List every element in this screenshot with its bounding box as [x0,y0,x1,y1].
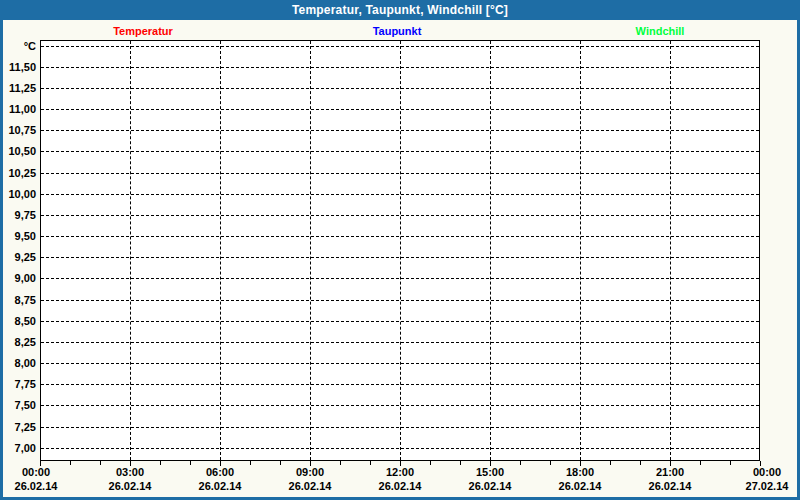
x-axis-date-label: 26.02.14 [278,480,342,492]
y-axis-label: 8,00 [0,357,36,369]
x-axis-time-label: 21:00 [638,466,702,478]
x-axis-time-label: 12:00 [368,466,432,478]
y-axis-label: 9,00 [0,272,36,284]
y-axis-label: 10,50 [0,145,36,157]
x-axis-date-label: 26.02.14 [368,480,432,492]
x-axis-minor-tick [370,461,371,465]
x-axis-date-label: 27.02.14 [735,480,799,492]
x-axis-time-label: 00:00 [4,466,68,478]
y-axis-label: 11,00 [0,103,36,115]
x-axis-minor-tick [190,461,191,465]
x-axis-time-label: 03:00 [98,466,162,478]
y-axis-label: 11,50 [0,61,36,73]
legend-item-taupunkt: Taupunkt [373,25,422,37]
x-axis-time-label: 18:00 [548,466,612,478]
window-border-left [0,0,3,500]
x-axis-minor-tick [460,461,461,465]
x-axis-time-label: 00:00 [735,466,799,478]
x-axis-minor-tick [70,461,71,465]
x-axis-minor-tick [610,461,611,465]
x-axis-time-label: 15:00 [458,466,522,478]
x-axis-time-label: 06:00 [188,466,252,478]
y-axis-label: 9,50 [0,230,36,242]
gridline-vertical [580,41,581,460]
x-axis-date-label: 26.02.14 [188,480,252,492]
window-title-bar: Temperatur, Taupunkt, Windchill [°C] [0,0,800,20]
x-axis-date-label: 26.02.14 [4,480,68,492]
y-axis-label: 7,75 [0,378,36,390]
x-axis-minor-tick [550,461,551,465]
y-axis-label: 8,25 [0,336,36,348]
y-axis-label: 8,75 [0,294,36,306]
y-axis-label: 7,00 [0,442,36,454]
x-axis-minor-tick [250,461,251,465]
gridline-vertical [130,41,131,460]
gridline-vertical [220,41,221,460]
x-axis-minor-tick [340,461,341,465]
chart-window: Temperatur, Taupunkt, Windchill [°C] Tem… [0,0,800,500]
y-axis-label: 10,25 [0,167,36,179]
x-axis-date-label: 26.02.14 [638,480,702,492]
x-axis-date-label: 26.02.14 [548,480,612,492]
x-axis-date-label: 26.02.14 [458,480,522,492]
x-axis-minor-tick [280,461,281,465]
y-axis-label: 11,25 [0,82,36,94]
chart-title: Temperatur, Taupunkt, Windchill [°C] [292,3,508,17]
y-axis-label: °C [0,40,36,52]
y-axis-label: 10,75 [0,124,36,136]
x-axis-minor-tick [430,461,431,465]
x-axis-minor-tick [100,461,101,465]
y-axis-label: 9,75 [0,209,36,221]
x-axis-minor-tick [160,461,161,465]
legend-item-temperatur: Temperatur [113,25,173,37]
x-axis-minor-tick [700,461,701,465]
x-axis-minor-tick [730,461,731,465]
y-axis-label: 10,00 [0,188,36,200]
x-axis-minor-tick [520,461,521,465]
x-axis-time-label: 09:00 [278,466,342,478]
gridline-vertical [490,41,491,460]
gridline-vertical [310,41,311,460]
legend-item-windchill: Windchill [636,25,685,37]
y-axis-label: 9,25 [0,251,36,263]
gridline-vertical [400,41,401,460]
x-axis-date-label: 26.02.14 [98,480,162,492]
y-axis-label: 8,50 [0,315,36,327]
y-axis-label: 7,50 [0,399,36,411]
gridline-vertical [670,41,671,460]
x-axis-minor-tick [640,461,641,465]
y-axis-label: 7,25 [0,421,36,433]
plot-area [40,40,760,461]
